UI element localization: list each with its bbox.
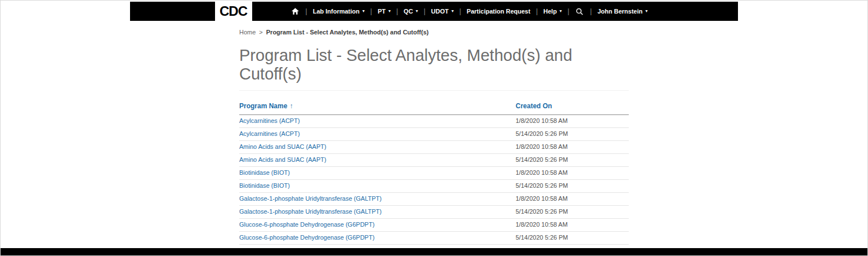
created-on-cell: 5/14/2020 5:26 PM	[516, 154, 629, 167]
footer-bar	[1, 248, 867, 255]
chevron-down-icon: ▾	[388, 9, 391, 14]
nav-item-user-menu[interactable]: John Bernstein ▾	[592, 2, 653, 21]
program-link[interactable]: Amino Acids and SUAC (AAPT)	[239, 156, 326, 163]
breadcrumb-home-link[interactable]: Home	[239, 29, 256, 36]
table-row: Glucose-6-phosphate Dehydrogenase (G6PDP…	[239, 219, 629, 232]
nav-item-udot[interactable]: UDOT ▾	[426, 2, 459, 21]
search-icon[interactable]	[569, 2, 590, 21]
nav-menu: | Lab Information ▾ | PT ▾ | QC ▾ | UDOT	[285, 2, 654, 21]
table-row: Acylcarnitines (ACPT) 1/8/2020 10:58 AM	[239, 115, 629, 128]
page-title: Program List - Select Analytes, Method(s…	[239, 46, 629, 91]
program-link[interactable]: Biotinidase (BIOT)	[239, 182, 290, 189]
page: CDC | Lab Information ▾ | PT ▾ | QC	[0, 0, 868, 256]
created-on-cell: 1/8/2020 10:58 AM	[516, 141, 629, 154]
chevron-down-icon: ▾	[451, 9, 454, 14]
top-nav-bar: CDC | Lab Information ▾ | PT ▾ | QC	[130, 2, 738, 21]
table-row: Galactose-1-phosphate Uridyltransferase …	[239, 206, 629, 219]
breadcrumb-current: Program List - Select Analytes, Method(s…	[266, 29, 429, 36]
program-link[interactable]: Acylcarnitines (ACPT)	[239, 117, 300, 124]
home-icon[interactable]	[285, 2, 306, 21]
table-row: Galactose-1-phosphate Uridyltransferase …	[239, 193, 629, 206]
table-row: Glucose-6-phosphate Dehydrogenase (G6PDP…	[239, 232, 629, 245]
column-label: Created On	[516, 102, 552, 110]
chevron-down-icon: ▾	[416, 9, 418, 14]
chevron-down-icon: ▾	[645, 9, 647, 14]
created-on-cell: 1/8/2020 10:58 AM	[516, 219, 629, 232]
created-on-cell: 5/14/2020 5:26 PM	[516, 180, 629, 193]
home-icon-glyph	[292, 8, 299, 15]
chevron-down-icon: ▾	[560, 9, 562, 14]
nav-item-pt[interactable]: PT ▾	[372, 2, 396, 21]
created-on-cell: 5/14/2020 5:26 PM	[516, 232, 629, 245]
nav-item-label: Participation Request	[467, 8, 530, 15]
table-row: Amino Acids and SUAC (AAPT) 1/8/2020 10:…	[239, 141, 629, 154]
cdc-logo[interactable]: CDC	[215, 2, 252, 21]
nav-item-participation-request[interactable]: Participation Request	[461, 2, 536, 21]
created-on-cell: 1/8/2020 10:58 AM	[516, 115, 629, 128]
table-row: Amino Acids and SUAC (AAPT) 5/14/2020 5:…	[239, 154, 629, 167]
program-link[interactable]: Acylcarnitines (ACPT)	[239, 130, 300, 137]
table-row: Biotinidase (BIOT) 5/14/2020 5:26 PM	[239, 180, 629, 193]
nav-item-label: QC	[404, 8, 413, 15]
created-on-cell: 1/8/2020 10:58 AM	[516, 193, 629, 206]
breadcrumb: Home > Program List - Select Analytes, M…	[239, 29, 629, 36]
nav-item-help[interactable]: Help ▾	[538, 2, 567, 21]
table-row: Acylcarnitines (ACPT) 5/14/2020 5:26 PM	[239, 128, 629, 141]
program-link[interactable]: Galactose-1-phosphate Uridyltransferase …	[239, 208, 382, 215]
created-on-cell: 1/8/2020 10:58 AM	[516, 167, 629, 180]
nav-item-qc[interactable]: QC ▾	[398, 2, 424, 21]
nav-item-label: Help	[543, 8, 557, 15]
program-link[interactable]: Galactose-1-phosphate Uridyltransferase …	[239, 195, 382, 202]
nav-item-label: Lab Information	[313, 8, 360, 15]
main-content: Home > Program List - Select Analytes, M…	[239, 29, 629, 256]
user-name-label: John Bernstein	[597, 8, 642, 15]
program-link[interactable]: Amino Acids and SUAC (AAPT)	[239, 143, 326, 150]
program-link[interactable]: Biotinidase (BIOT)	[239, 169, 290, 176]
column-label: Program Name	[239, 102, 287, 110]
nav-item-label: UDOT	[431, 8, 449, 15]
program-table: Program Name↑ Created On Acylcarnitines …	[239, 102, 629, 245]
table-row: Biotinidase (BIOT) 1/8/2020 10:58 AM	[239, 167, 629, 180]
search-icon-glyph	[576, 8, 583, 15]
column-header-program-name[interactable]: Program Name↑	[239, 102, 516, 115]
nav-item-lab-information[interactable]: Lab Information ▾	[307, 2, 370, 21]
sort-ascending-icon: ↑	[289, 102, 293, 110]
column-header-created-on[interactable]: Created On	[516, 102, 629, 115]
created-on-cell: 5/14/2020 5:26 PM	[516, 206, 629, 219]
nav-item-label: PT	[378, 8, 386, 15]
table-header-row: Program Name↑ Created On	[239, 102, 629, 115]
breadcrumb-separator: >	[259, 29, 262, 36]
created-on-cell: 5/14/2020 5:26 PM	[516, 128, 629, 141]
cdc-logo-text: CDC	[220, 3, 247, 19]
chevron-down-icon: ▾	[363, 9, 365, 14]
program-link[interactable]: Glucose-6-phosphate Dehydrogenase (G6PDP…	[239, 234, 374, 241]
program-link[interactable]: Glucose-6-phosphate Dehydrogenase (G6PDP…	[239, 221, 374, 228]
